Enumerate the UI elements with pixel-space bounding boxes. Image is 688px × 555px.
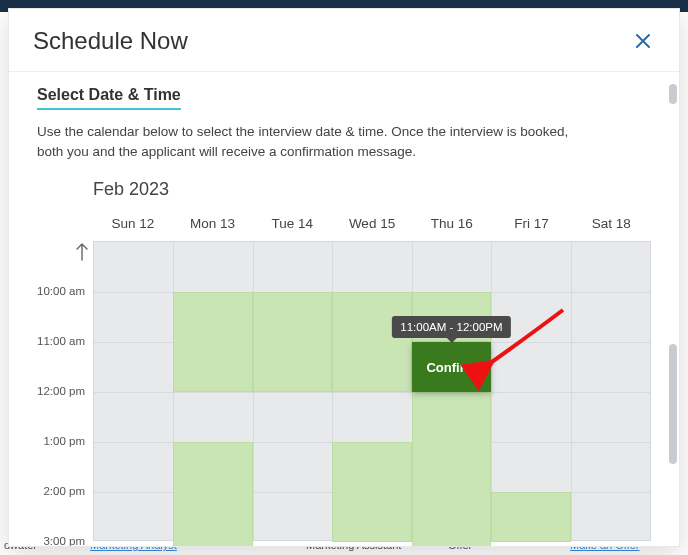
day-header[interactable]: Sat 18 <box>571 210 651 237</box>
available-slot[interactable] <box>491 492 570 542</box>
arrow-up-icon <box>75 243 89 261</box>
confirm-button[interactable]: Confirm <box>412 342 491 392</box>
modal-header: Schedule Now <box>9 9 679 72</box>
calendar: Feb 2023 Sun 12Mon 13Tue 14Wed 15Thu 16F… <box>37 179 651 541</box>
available-slot[interactable] <box>332 442 411 542</box>
time-label: 12:00 pm <box>37 385 85 397</box>
gridline-v <box>571 242 572 540</box>
time-label: 1:00 pm <box>43 435 85 447</box>
day-header[interactable]: Tue 14 <box>252 210 332 237</box>
day-header[interactable]: Wed 15 <box>332 210 412 237</box>
available-slot[interactable] <box>173 442 252 546</box>
calendar-grid[interactable]: Confirm11:00AM - 12:00PM <box>93 241 651 541</box>
slot-tooltip: 11:00AM - 12:00PM <box>392 316 510 338</box>
scrollbar-thumb-top[interactable] <box>669 84 677 104</box>
day-header[interactable]: Mon 13 <box>173 210 253 237</box>
day-header-row: Sun 12Mon 13Tue 14Wed 15Thu 16Fri 17Sat … <box>37 210 651 237</box>
gridline-h <box>94 392 650 393</box>
available-slot[interactable] <box>173 292 252 392</box>
time-axis: 10:00 am11:00 am12:00 pm1:00 pm2:00 pm3:… <box>37 241 93 541</box>
schedule-modal: Schedule Now Select Date & Time Use the … <box>8 8 680 547</box>
annotation-arrow <box>483 360 573 434</box>
calendar-grid-area: 10:00 am11:00 am12:00 pm1:00 pm2:00 pm3:… <box>37 241 651 541</box>
month-label: Feb 2023 <box>93 179 651 200</box>
scrollbar-thumb[interactable] <box>669 344 677 464</box>
time-label: 3:00 pm <box>43 535 85 546</box>
day-header[interactable]: Fri 17 <box>492 210 572 237</box>
day-header[interactable]: Thu 16 <box>412 210 492 237</box>
section-heading: Select Date & Time <box>37 86 181 110</box>
available-slot[interactable] <box>332 292 411 392</box>
time-label: 11:00 am <box>37 335 85 347</box>
modal-title: Schedule Now <box>33 27 188 55</box>
modal-scrollbar[interactable] <box>669 84 677 544</box>
close-button[interactable] <box>631 29 655 53</box>
scroll-up-button[interactable] <box>75 243 89 265</box>
section-description: Use the calendar below to select the int… <box>37 122 597 161</box>
close-icon <box>636 34 650 48</box>
available-slot[interactable] <box>412 392 491 546</box>
modal-body: Select Date & Time Use the calendar belo… <box>9 72 679 546</box>
time-label: 10:00 am <box>37 285 85 297</box>
time-label: 2:00 pm <box>43 485 85 497</box>
day-header[interactable]: Sun 12 <box>93 210 173 237</box>
available-slot[interactable] <box>253 292 332 392</box>
arrow-icon <box>483 360 573 430</box>
